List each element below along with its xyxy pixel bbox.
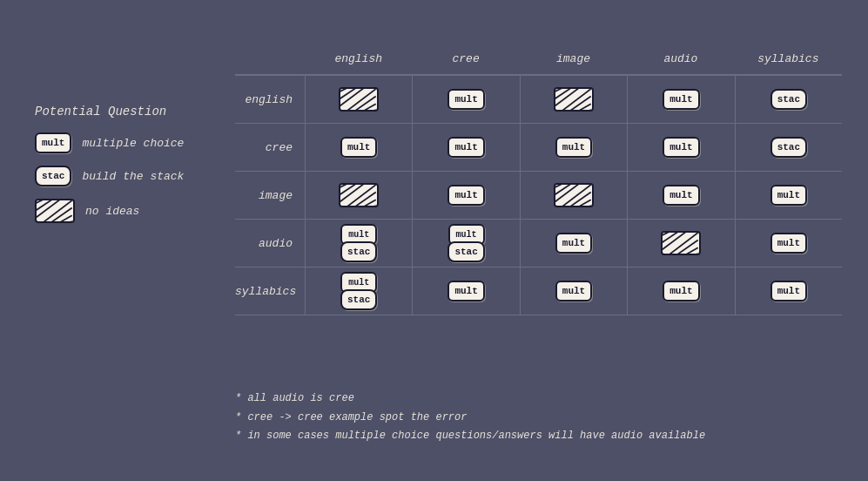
table-cell: mult bbox=[412, 124, 519, 171]
table-row: cree mult mult mult mult stac bbox=[235, 124, 842, 172]
table-cell bbox=[305, 172, 412, 219]
row-header-english: english bbox=[235, 93, 305, 106]
table-header-row: english cree image audio syllabics bbox=[305, 52, 842, 71]
cell-badge-mult: mult bbox=[663, 185, 699, 206]
cell-badge-mult: mult bbox=[555, 281, 592, 301]
cell-badge-stac: stac bbox=[340, 289, 377, 310]
cell-hatched bbox=[339, 183, 379, 207]
cell-double: mult stac bbox=[340, 224, 377, 262]
col-header-syllabics: syllabics bbox=[735, 52, 842, 71]
row-header-image: image bbox=[235, 189, 305, 202]
table-cell: mult bbox=[412, 172, 519, 219]
cell-double: mult stac bbox=[447, 224, 484, 262]
svg-line-33 bbox=[571, 200, 590, 206]
cell-badge-stac: stac bbox=[340, 241, 377, 262]
notes-section: all audio is cree cree -> cree example s… bbox=[235, 390, 705, 446]
table-cell: mult bbox=[627, 124, 734, 171]
row-header-syllabics: syllabics bbox=[235, 285, 305, 298]
table-cell bbox=[627, 220, 734, 267]
legend-badge-mult: mult bbox=[35, 132, 71, 153]
cell-badge-mult: mult bbox=[770, 233, 807, 254]
legend-label-mult: multiple choice bbox=[82, 137, 184, 150]
table-cell: mult bbox=[627, 172, 734, 219]
svg-line-12 bbox=[357, 104, 376, 110]
legend-item-hatched: no ideas bbox=[35, 199, 184, 223]
legend-label-stac: build the stack bbox=[82, 170, 184, 183]
cell-badge-stac: stac bbox=[770, 137, 807, 158]
table-row: audio mult stac mult stac mult bbox=[235, 220, 842, 268]
cell-badge-mult: mult bbox=[663, 281, 699, 301]
table-cell bbox=[305, 76, 412, 123]
cell-hatched bbox=[339, 87, 379, 112]
col-header-cree: cree bbox=[412, 52, 519, 71]
table-cell: mult bbox=[735, 268, 842, 315]
note-1: all audio is cree bbox=[235, 390, 705, 409]
row-header-audio: audio bbox=[235, 237, 305, 250]
cell-badge-mult: mult bbox=[340, 137, 377, 158]
table-cell: mult bbox=[520, 220, 627, 267]
table-cell: mult bbox=[412, 76, 519, 123]
table-cell: stac bbox=[735, 124, 842, 171]
question-table: english cree image audio syllabics engli… bbox=[235, 52, 842, 315]
cell-badge-mult: mult bbox=[555, 137, 592, 158]
cell-badge-mult: mult bbox=[770, 281, 807, 301]
table-cell bbox=[520, 172, 627, 219]
table-cell: mult stac bbox=[305, 220, 412, 267]
svg-line-19 bbox=[571, 104, 590, 110]
table-cell: mult stac bbox=[412, 220, 519, 267]
col-header-image: image bbox=[520, 52, 627, 71]
cell-badge-stac: stac bbox=[447, 241, 484, 262]
note-2: cree -> cree example spot the error bbox=[235, 409, 705, 428]
legend-badge-stac: stac bbox=[35, 166, 71, 186]
cell-hatched bbox=[661, 231, 701, 255]
cell-badge-mult: mult bbox=[447, 185, 484, 206]
table-cell: mult bbox=[305, 124, 412, 171]
cell-hatched bbox=[554, 183, 594, 207]
cell-badge-mult: mult bbox=[663, 137, 699, 158]
table-cell: mult bbox=[412, 268, 519, 315]
page: Potential Question mult multiple choice … bbox=[0, 0, 868, 481]
table-row: english mult mult s bbox=[235, 76, 842, 124]
cell-badge-mult: mult bbox=[447, 281, 484, 301]
table-cell: mult bbox=[735, 172, 842, 219]
table-cell: stac bbox=[735, 76, 842, 123]
table-cell: mult bbox=[735, 220, 842, 267]
col-header-audio: audio bbox=[627, 52, 734, 71]
cell-badge-mult: mult bbox=[447, 137, 484, 158]
legend-hatched bbox=[35, 199, 75, 223]
cell-double: mult stac bbox=[340, 272, 377, 310]
table-body: english mult mult s bbox=[235, 74, 842, 315]
svg-line-40 bbox=[679, 247, 698, 254]
legend-item-stac: stac build the stack bbox=[35, 166, 184, 186]
table-cell: mult bbox=[520, 124, 627, 171]
legend-title: Potential Question bbox=[35, 105, 184, 119]
cell-badge-mult: mult bbox=[555, 233, 592, 254]
cell-badge-mult: mult bbox=[447, 89, 484, 110]
legend: Potential Question mult multiple choice … bbox=[35, 105, 184, 235]
table-cell bbox=[520, 76, 627, 123]
cell-hatched bbox=[554, 87, 594, 112]
row-header-cree: cree bbox=[235, 141, 305, 154]
cell-badge-mult: mult bbox=[663, 89, 699, 110]
cell-badge-mult: mult bbox=[770, 185, 807, 206]
table-cell: mult bbox=[520, 268, 627, 315]
legend-item-mult: mult multiple choice bbox=[35, 132, 184, 153]
note-3: in some cases multiple choice questions/… bbox=[235, 427, 705, 446]
table-row: syllabics mult stac mult mult mult bbox=[235, 268, 842, 315]
svg-line-5 bbox=[52, 215, 71, 221]
table-row: image mult mult mul bbox=[235, 172, 842, 220]
table-cell: mult bbox=[627, 268, 734, 315]
cell-badge-stac: stac bbox=[770, 89, 807, 110]
table-cell: mult bbox=[627, 76, 734, 123]
svg-line-26 bbox=[357, 200, 376, 206]
table-cell: mult stac bbox=[305, 268, 412, 315]
legend-label-hatched: no ideas bbox=[85, 205, 139, 218]
col-header-english: english bbox=[305, 52, 412, 71]
